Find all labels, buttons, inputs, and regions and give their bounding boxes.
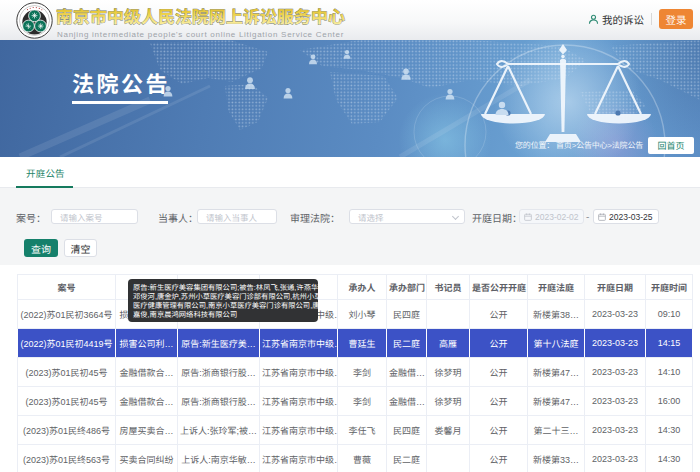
svg-text:南京市中级人民法院网上诉讼服务中心: 南京市中级人民法院网上诉讼服务中心 (56, 3, 345, 28)
